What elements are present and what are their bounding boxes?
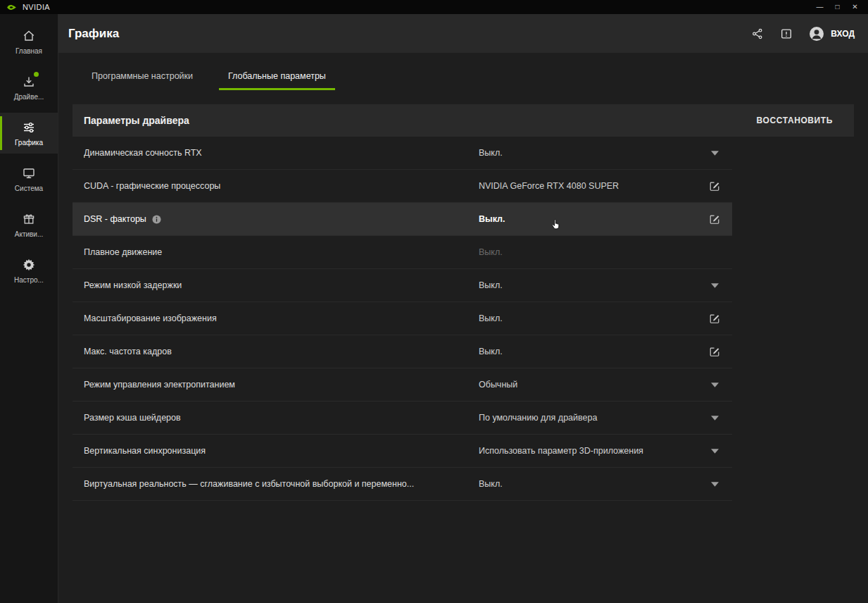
setting-value: Выкл. xyxy=(479,280,704,290)
setting-row-shader-cache[interactable]: Размер кэша шейдеров По умолчанию для др… xyxy=(73,402,732,435)
sidebar-item-home[interactable]: Главная xyxy=(0,21,58,62)
setting-label: Виртуальная реальность — сглаживание с и… xyxy=(84,479,414,489)
sidebar-item-label: Драйве... xyxy=(14,93,44,101)
section-title: Параметры драйвера xyxy=(84,115,189,126)
sidebar-item-label: Активи... xyxy=(15,230,44,238)
sidebar-item-redeem[interactable]: Активи... xyxy=(0,204,58,245)
sidebar-item-label: Настро... xyxy=(14,276,44,284)
setting-value: Выкл. xyxy=(479,347,704,356)
setting-label: Вертикальная синхронизация xyxy=(84,446,206,456)
home-icon xyxy=(21,28,37,44)
sidebar-item-label: Главная xyxy=(15,47,42,55)
setting-label: Масштабирование изображения xyxy=(84,313,217,323)
login-button[interactable]: ВХОД xyxy=(809,26,855,42)
sidebar: Главная Драйве... Графика xyxy=(0,14,58,603)
share-icon[interactable] xyxy=(751,27,764,40)
info-icon[interactable] xyxy=(152,215,161,224)
setting-row-rtx-vibrance[interactable]: Динамическая сочность RTX Выкл. xyxy=(73,137,732,170)
edit-icon[interactable] xyxy=(704,346,725,357)
setting-label: Плавное движение xyxy=(84,247,162,257)
chevron-down-icon[interactable] xyxy=(704,283,725,288)
chevron-down-icon[interactable] xyxy=(704,151,725,156)
window-maximize-button[interactable]: □ xyxy=(829,0,846,14)
page-header: Графика xyxy=(58,14,868,53)
main-panel: Графика xyxy=(58,14,868,603)
edit-icon[interactable] xyxy=(704,180,725,192)
setting-label: Макс. частота кадров xyxy=(84,347,172,356)
sidebar-item-drivers[interactable]: Драйве... xyxy=(0,67,58,108)
setting-label: Размер кэша шейдеров xyxy=(84,413,181,423)
setting-label: Режим управления электропитанием xyxy=(84,380,235,390)
chevron-down-icon[interactable] xyxy=(704,416,725,421)
system-monitor-icon xyxy=(21,166,37,181)
setting-value: Выкл. xyxy=(479,313,704,323)
setting-row-low-latency[interactable]: Режим низкой задержки Выкл. xyxy=(73,269,732,302)
setting-value: По умолчанию для драйвера xyxy=(479,413,704,423)
window-close-button[interactable]: ✕ xyxy=(846,0,864,14)
update-badge xyxy=(34,72,39,77)
setting-value: Выкл. xyxy=(479,479,704,489)
chevron-down-icon[interactable] xyxy=(704,449,725,454)
sidebar-item-graphics[interactable]: Графика xyxy=(0,113,58,154)
tab-bar: Программные настройки Глобальные парамет… xyxy=(58,66,868,90)
sidebar-item-label: Графика xyxy=(15,139,43,147)
setting-value: NVIDIA GeForce RTX 4080 SUPER xyxy=(479,181,704,191)
setting-label: DSR - факторы xyxy=(84,214,146,224)
edit-icon[interactable] xyxy=(704,213,725,225)
setting-label: Динамическая сочность RTX xyxy=(84,148,202,158)
setting-value: Выкл. xyxy=(479,148,704,158)
redeem-gift-icon xyxy=(21,211,37,227)
setting-row-smooth-motion: Плавное движение Выкл. xyxy=(73,236,732,269)
app-title: NVIDIA xyxy=(23,3,50,11)
setting-row-vr-supersampling[interactable]: Виртуальная реальность — сглаживание с и… xyxy=(73,468,732,501)
tab-program-settings[interactable]: Программные настройки xyxy=(90,66,194,90)
setting-row-dsr-factors[interactable]: DSR - факторы Выкл. xyxy=(73,203,732,236)
window-minimize-button[interactable]: — xyxy=(811,0,829,14)
sidebar-item-settings[interactable]: Настро... xyxy=(0,250,58,291)
avatar-icon xyxy=(809,26,824,42)
graphics-sliders-icon xyxy=(21,120,37,135)
setting-row-power-mode[interactable]: Режим управления электропитанием Обычный xyxy=(73,368,732,402)
setting-row-image-scaling[interactable]: Масштабирование изображения Выкл. xyxy=(73,302,732,335)
page-title: Графика xyxy=(68,27,119,41)
login-label: ВХОД xyxy=(831,29,855,39)
setting-value: Использовать параметр 3D-приложения xyxy=(479,446,704,456)
setting-label: CUDA - графические процессоры xyxy=(84,181,220,191)
setting-row-max-framerate[interactable]: Макс. частота кадров Выкл. xyxy=(73,335,732,368)
settings-rows: Динамическая сочность RTX Выкл. CUDA - г… xyxy=(73,137,732,501)
restore-button[interactable]: ВОССТАНОВИТЬ xyxy=(757,116,833,125)
setting-value: Обычный xyxy=(479,380,704,390)
nvidia-logo-icon xyxy=(6,3,18,12)
section-header: Параметры драйвера ВОССТАНОВИТЬ xyxy=(73,104,854,137)
setting-label: Режим низкой задержки xyxy=(84,280,182,290)
setting-row-cuda-gpus[interactable]: CUDA - графические процессоры NVIDIA GeF… xyxy=(73,170,732,203)
sidebar-item-label: Система xyxy=(15,185,43,192)
sidebar-item-system[interactable]: Система xyxy=(0,158,58,199)
settings-content: Параметры драйвера ВОССТАНОВИТЬ Динамиче… xyxy=(58,90,868,501)
tab-global-settings[interactable]: Глобальные параметры xyxy=(227,66,327,90)
settings-gear-icon xyxy=(21,257,37,273)
feedback-icon[interactable] xyxy=(780,27,793,40)
setting-row-vsync[interactable]: Вертикальная синхронизация Использовать … xyxy=(73,435,732,468)
chevron-down-icon[interactable] xyxy=(704,482,725,487)
titlebar: NVIDIA — □ ✕ xyxy=(0,0,868,14)
edit-icon[interactable] xyxy=(704,313,725,324)
drivers-download-icon xyxy=(21,74,37,89)
setting-value: Выкл. xyxy=(479,247,704,257)
setting-value: Выкл. xyxy=(479,214,704,224)
chevron-down-icon[interactable] xyxy=(704,383,725,387)
